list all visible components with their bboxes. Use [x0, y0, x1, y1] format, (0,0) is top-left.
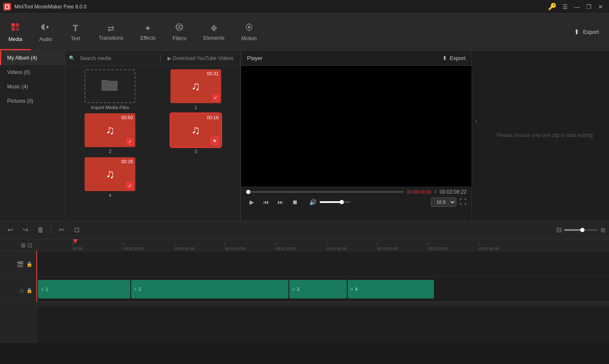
clip-1-icon: ♫ [41, 287, 44, 291]
sidebar-item-videos[interactable]: Videos (0) [0, 65, 65, 79]
volume-icon-button[interactable]: 🔊 [307, 197, 318, 208]
aspect-ratio-select[interactable]: 16:94:31:19:16 [431, 197, 456, 207]
track-labels: ⊞ ⊡ 🎬 🔒 ♫ 🔒 [0, 239, 36, 343]
clip-4-icon: ♫ [350, 287, 354, 291]
audio-icon: ♪ [41, 22, 51, 35]
sidebar-item-music[interactable]: Music (4) [0, 79, 65, 94]
volume-knob[interactable] [340, 200, 344, 204]
player-export-button[interactable]: ⬆ Export [442, 55, 466, 61]
import-media-item[interactable]: Import Media Files [69, 69, 151, 110]
export-button[interactable]: ⬆ Export [564, 14, 609, 50]
add-badge-3: + [210, 136, 219, 145]
media-item-2[interactable]: ♫ 00:50 ✓ 2 [69, 113, 151, 154]
right-section: › Please choose only one clip to start e… [472, 51, 609, 220]
fullscreen-button[interactable]: ⛶ [460, 198, 466, 206]
media-item-4[interactable]: ♫ 00:28 ✓ 4 [69, 157, 151, 198]
youtube-icon: ▶ [167, 55, 171, 61]
svg-rect-3 [16, 27, 19, 31]
toolbar-motion[interactable]: Motion [233, 14, 265, 50]
player-buttons: ▶ ⏮ ⏭ ⏹ 🔊 16:94:31:19:16 ⛶ [246, 197, 466, 208]
audio-clip-2[interactable]: ♫ 2 [131, 280, 288, 298]
sidebar-item-pictures[interactable]: Pictures (0) [0, 94, 65, 108]
video-track-lock-icon[interactable]: 🔒 [26, 261, 33, 267]
ruler-mark-4: 00:01:20:00 [276, 242, 326, 251]
toolbar-transitions[interactable]: ⇄ Transitions [90, 14, 132, 50]
music-note-icon-4: ♫ [106, 167, 115, 181]
export-icon: ⬆ [574, 28, 579, 36]
toolbar-audio[interactable]: ♪ Audio [31, 14, 61, 50]
clip-1-label: 1 [46, 287, 48, 292]
timeline-ruler: 00:00 00:00:20:00 00:00:40:00 00:01:00:0… [36, 239, 609, 251]
titlebar: MiniTool MovieMaker Free 8.0.0 🔑 ☰ — ❐ ✕ [0, 0, 609, 14]
timeline: ↩ ↪ 🗑 ✂ ⊡ ⊟ ⊞ ⊞ ⊡ 🎬 🔒 [0, 220, 609, 343]
collapse-arrow-icon[interactable]: › [475, 118, 477, 124]
next-frame-button[interactable]: ⏭ [275, 197, 286, 208]
collapse-panel: › [472, 51, 480, 220]
media-label-3: 3 [195, 149, 197, 154]
close-button[interactable]: ✕ [595, 2, 606, 12]
cut-button[interactable]: ✂ [55, 223, 68, 237]
prev-frame-button[interactable]: ⏮ [261, 197, 272, 208]
text-toolbar-icon: T [73, 23, 78, 34]
progress-bar[interactable] [246, 191, 403, 193]
undo-button[interactable]: ↩ [3, 223, 17, 237]
search-media-button[interactable]: Search media [77, 54, 157, 63]
player-title: Player [247, 55, 263, 61]
copy-track-icon[interactable]: ⊡ [27, 242, 33, 249]
toolbar-filters[interactable]: Filters [164, 14, 195, 50]
duration-4: 00:28 [121, 159, 133, 164]
menu-button[interactable]: ☰ [560, 2, 570, 12]
sidebar-item-my-album[interactable]: My Album (4) [0, 51, 65, 65]
add-track-icon[interactable]: ⊞ [21, 242, 26, 249]
audio-track-lock-icon[interactable]: 🔒 [26, 287, 33, 293]
music-note-icon-1: ♫ [191, 79, 200, 93]
media-item-3[interactable]: ♫ 00:18 + 3 [155, 113, 237, 154]
effects-icon: ✦ [144, 23, 151, 33]
media-toolbar: 🔍 Search media ▶ Download YouTube Videos [66, 51, 240, 66]
media-thumb-4: ♫ 00:28 ✓ [85, 157, 135, 191]
toolbar-media[interactable]: Media [0, 14, 31, 50]
audio-track-icon: ♫ [19, 287, 24, 294]
volume-slider[interactable] [320, 201, 350, 203]
maximize-button[interactable]: ❐ [584, 2, 594, 12]
music-note-icon-2: ♫ [106, 123, 115, 137]
svg-point-7 [179, 25, 182, 29]
duration-1: 00:31 [207, 71, 219, 76]
ruler-mark-8: 00:02:40:00 [479, 242, 529, 251]
zoom-knob[interactable] [580, 228, 584, 232]
media-item-1[interactable]: ♫ 00:31 ✓ 1 [155, 69, 237, 110]
redo-button[interactable]: ↪ [19, 223, 32, 237]
elements-icon: ❖ [210, 23, 218, 33]
svg-point-5 [176, 24, 183, 30]
toolbar-elements[interactable]: ❖ Elements [195, 14, 233, 50]
toolbar-text[interactable]: T Text [60, 14, 90, 50]
stop-button[interactable]: ⏹ [289, 197, 300, 208]
delete-button[interactable]: 🗑 [34, 223, 47, 237]
zoom-slider[interactable] [564, 229, 598, 231]
video-playhead-line [36, 251, 37, 276]
motion-icon [244, 22, 254, 34]
progress-knob[interactable] [246, 190, 250, 194]
toolbar-effects[interactable]: ✦ Effects [132, 14, 164, 50]
audio-clip-4[interactable]: ♫ 4 [348, 280, 434, 298]
audio-clip-3[interactable]: ♫ 3 [289, 280, 347, 298]
ruler-mark-7: 00:02:20:00 [428, 242, 479, 251]
license-icon[interactable]: 🔑 [548, 3, 557, 11]
audio-track-label: ♫ 🔒 [0, 277, 36, 304]
playhead-marker [73, 239, 78, 244]
import-thumb[interactable] [85, 69, 135, 103]
clip-4-label: 4 [355, 287, 358, 292]
audio-clip-1[interactable]: ♫ 1 [38, 280, 130, 298]
download-youtube-button[interactable]: ▶ Download YouTube Videos [164, 54, 237, 63]
crop-button[interactable]: ⊡ [70, 223, 83, 237]
edit-hint-panel: Please choose only one clip to start edi… [480, 51, 609, 220]
zoom-out-icon[interactable]: ⊟ [556, 226, 562, 234]
play-button[interactable]: ▶ [246, 197, 257, 208]
time-separator: / [435, 189, 436, 195]
clip-3-icon: ♫ [292, 287, 295, 291]
minimize-button[interactable]: — [572, 2, 582, 12]
timeline-scrollbar[interactable] [36, 302, 609, 307]
zoom-in-icon[interactable]: ⊞ [601, 227, 606, 233]
toolbar-text-label: Text [71, 36, 80, 41]
toolbar-transitions-label: Transitions [99, 35, 123, 41]
